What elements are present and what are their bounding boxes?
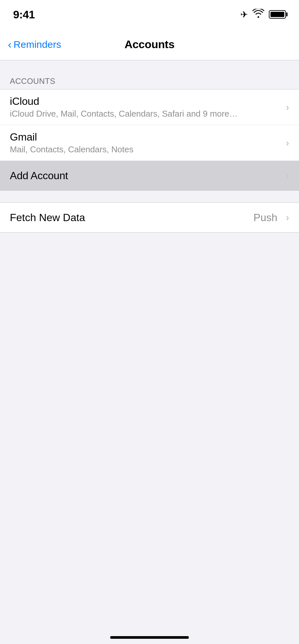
status-time: 9:41 <box>13 8 35 21</box>
accounts-section-header: ACCOUNTS <box>0 72 299 89</box>
gmail-account-subtitle: Mail, Contacts, Calendars, Notes <box>10 144 281 155</box>
gmail-account-item[interactable]: Gmail Mail, Contacts, Calendars, Notes › <box>0 125 299 161</box>
add-account-item[interactable]: Add Account › <box>0 161 299 190</box>
icloud-account-subtitle: iCloud Drive, Mail, Contacts, Calendars,… <box>10 109 281 119</box>
wifi-icon <box>252 9 264 20</box>
status-bar: 9:41 ✈ <box>0 0 299 29</box>
battery-icon <box>269 10 286 19</box>
gmail-account-title: Gmail <box>10 131 281 143</box>
icloud-account-title: iCloud <box>10 95 281 107</box>
page-content: ‹ Reminders Accounts ACCOUNTS iCloud iCl… <box>0 29 299 644</box>
nav-bar: ‹ Reminders Accounts <box>0 29 299 60</box>
accounts-header-label: ACCOUNTS <box>10 77 55 85</box>
accounts-list: iCloud iCloud Drive, Mail, Contacts, Cal… <box>0 89 299 191</box>
page-title: Accounts <box>125 38 175 51</box>
gmail-chevron-icon: › <box>286 137 289 148</box>
status-icons: ✈ <box>240 9 286 20</box>
fetch-new-data-chevron-icon: › <box>286 212 289 223</box>
back-chevron-icon: ‹ <box>8 39 11 50</box>
section-gap-top <box>0 60 299 72</box>
fetch-new-data-section: Fetch New Data Push › <box>0 202 299 233</box>
airplane-icon: ✈ <box>240 9 248 20</box>
back-label: Reminders <box>13 39 61 50</box>
add-account-chevron-icon: › <box>286 170 289 181</box>
fetch-new-data-item[interactable]: Fetch New Data Push › <box>0 203 299 232</box>
fetch-new-data-value: Push <box>253 212 277 224</box>
home-indicator <box>110 636 189 639</box>
icloud-account-content: iCloud iCloud Drive, Mail, Contacts, Cal… <box>10 95 281 119</box>
add-account-content: Add Account <box>10 170 281 182</box>
fetch-new-data-label: Fetch New Data <box>10 212 85 224</box>
add-account-title: Add Account <box>10 170 281 182</box>
icloud-account-item[interactable]: iCloud iCloud Drive, Mail, Contacts, Cal… <box>0 89 299 125</box>
icloud-chevron-icon: › <box>286 102 289 113</box>
gmail-account-content: Gmail Mail, Contacts, Calendars, Notes <box>10 131 281 155</box>
back-button[interactable]: ‹ Reminders <box>8 39 61 50</box>
fetch-new-data-right: Push › <box>253 212 289 224</box>
